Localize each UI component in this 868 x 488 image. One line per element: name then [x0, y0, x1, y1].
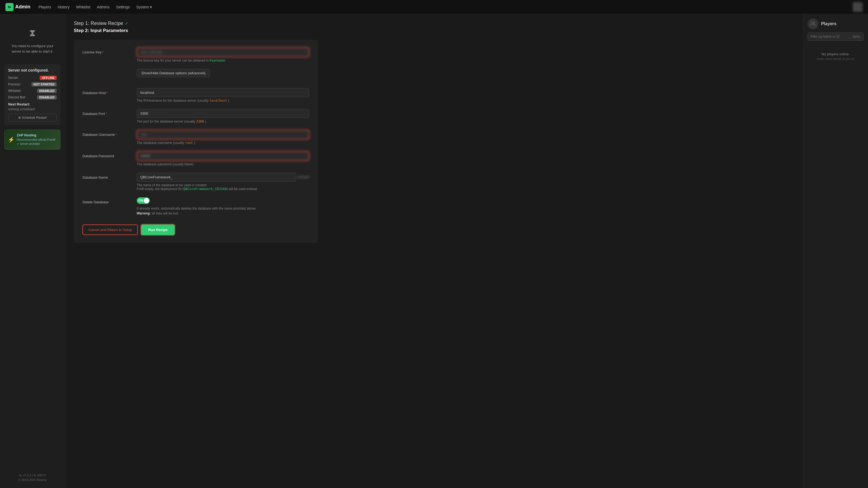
license-key-help: The license key for your server can be o…	[137, 59, 309, 62]
sidebar-footer: tx: v7.2.2 | fx: b9572 © 2019-2024 Tabar…	[4, 473, 61, 483]
players-search-box[interactable]: ctrl+k	[807, 33, 864, 41]
db-host-help: The IP/Hostname for the database server …	[137, 99, 309, 102]
process-badge: NOT STARTED	[31, 82, 57, 87]
delete-db-group: Delete Database ON If already exists, au…	[83, 197, 309, 216]
server-status-card: Server not configured. Server: OFFLINE P…	[4, 64, 61, 125]
nav-whitelist[interactable]: Whitelist	[76, 4, 90, 10]
db-host-input[interactable]	[137, 88, 309, 97]
layout: ⧗ You need to configure your server to b…	[0, 14, 868, 488]
form-card: License Key* The license key for your se…	[74, 40, 318, 242]
db-password-label: Database Password	[83, 151, 131, 158]
search-shortcut: ctrl+k	[852, 35, 861, 38]
zap-logo-icon: ⚡	[8, 136, 14, 143]
players-title: Players	[821, 22, 837, 26]
license-key-input[interactable]	[137, 47, 309, 57]
step1-label: Step 1: Review Recipe	[74, 21, 123, 26]
db-password-input[interactable]	[137, 151, 309, 161]
next-restart-value: nothing scheduled	[8, 107, 57, 111]
process-label: Process:	[8, 83, 21, 86]
logo-icon: tx	[5, 3, 13, 11]
cancel-return-button[interactable]: Cancel and Return to Setup	[83, 225, 138, 235]
zap-brand: ZAP Hosting	[17, 133, 36, 137]
step1-header: Step 1: Review Recipe ✓	[74, 21, 794, 26]
step2-header: Step 2: Input Parameters	[74, 28, 794, 33]
db-username-group: Database Username* The database username…	[83, 130, 309, 145]
hourglass-icon: ⧗	[7, 25, 58, 41]
players-search-input[interactable]	[810, 35, 852, 38]
main-content: Step 1: Review Recipe ✓ Step 2: Input Pa…	[65, 14, 803, 488]
db-name-suffix: CD3340	[297, 175, 309, 179]
run-recipe-label: Run Recipe	[148, 228, 167, 232]
delete-db-label: Delete Database	[83, 197, 131, 204]
server-status-title: Server not configured.	[8, 68, 57, 72]
svg-point-1	[813, 22, 815, 24]
nav-settings[interactable]: Settings	[116, 4, 130, 10]
sidebar: ⧗ You need to configure your server to b…	[0, 14, 65, 488]
db-name-input[interactable]	[137, 173, 296, 182]
no-players-text: No players online.	[807, 52, 864, 56]
server-label: Server:	[8, 76, 19, 80]
cancel-return-label: Cancel and Return to Setup	[88, 228, 132, 232]
db-port-group: Database Port* The port for the database…	[83, 109, 309, 123]
db-password-right: The database password (usually blank).	[137, 151, 309, 166]
nav-players[interactable]: Players	[38, 4, 51, 10]
logo-icon-text: tx	[8, 5, 11, 9]
db-password-group: Database Password The database password …	[83, 151, 309, 166]
delete-db-help: If already exists, automatically deletes…	[137, 206, 309, 216]
run-recipe-button[interactable]: Run Recipe	[141, 225, 175, 235]
next-restart-section: Next Restart: nothing scheduled	[8, 102, 57, 111]
form-actions: Cancel and Return to Setup Run Recipe	[83, 225, 309, 235]
db-name-code: QBCoreFramework_CD3340	[184, 187, 227, 191]
db-host-group: Database Host* The IP/Hostname for the d…	[83, 88, 309, 102]
configure-section: ⧗ You need to configure your server to b…	[4, 20, 61, 60]
logo: tx Admin	[5, 3, 30, 11]
process-row: Process: NOT STARTED	[8, 82, 57, 87]
discord-label: Discord Bot:	[8, 95, 26, 99]
server-row: Server: OFFLINE	[8, 76, 57, 80]
version-text: tx: v7.2.2 | fx: b9572	[4, 473, 61, 478]
delete-db-right: ON If already exists, automatically dele…	[137, 197, 309, 216]
db-username-input[interactable]	[137, 130, 309, 139]
discord-row: Discord Bot: DISABLED	[8, 95, 57, 99]
nav-right	[853, 2, 863, 12]
db-host-label: Database Host*	[83, 88, 131, 95]
delete-db-toggle[interactable]: ON	[137, 197, 150, 204]
db-name-help: The name of the database to be used or c…	[137, 183, 309, 191]
license-key-right: The license key for your server can be o…	[137, 47, 309, 62]
advanced-section: Show/Hide Database options (advanced)	[137, 69, 309, 83]
whitelist-row: Whitelist: DISABLED	[8, 89, 57, 93]
no-players-section: No players online. Invite some friends t…	[807, 52, 864, 61]
db-name-label: Database Name	[83, 173, 131, 180]
next-restart-title: Next Restart:	[8, 102, 57, 106]
keymaster-link[interactable]: Keymaster.	[210, 59, 226, 62]
nav-system[interactable]: System ▾	[136, 4, 152, 10]
schedule-restart-button[interactable]: ⊕ Schedule Restart	[8, 114, 57, 122]
topnav: tx Admin Players History Whitelist Admin…	[0, 0, 868, 14]
license-key-label: License Key*	[83, 47, 131, 54]
nav-history[interactable]: History	[58, 4, 70, 10]
db-name-right: CD3340 The name of the database to be us…	[137, 173, 309, 191]
toggle-on-text: ON	[138, 199, 143, 202]
toggle-container: ON	[137, 197, 309, 204]
db-port-right: The port for the database server (usuall…	[137, 109, 309, 123]
db-name-input-row: CD3340	[137, 173, 309, 182]
db-port-input[interactable]	[137, 109, 309, 118]
copyright-text: © 2019-2024 Tabarra	[4, 478, 61, 483]
step1-check-icon: ✓	[125, 21, 128, 26]
license-key-required: *	[102, 50, 104, 54]
svg-point-0	[811, 22, 813, 24]
zap-banner-text: Recommended official FiveM ✓ server prov…	[17, 138, 55, 145]
db-name-group: Database Name CD3340 The name of the dat…	[83, 173, 309, 191]
whitelist-label: Whitelist:	[8, 89, 22, 93]
whitelist-badge: DISABLED	[37, 89, 57, 93]
zap-banner[interactable]: ⚡ ZAP Hosting Recommended official FiveM…	[4, 130, 61, 150]
schedule-restart-label: ⊕ Schedule Restart	[18, 116, 46, 120]
db-username-label: Database Username*	[83, 130, 131, 137]
avatar	[853, 2, 863, 12]
nav-admins[interactable]: Admins	[97, 4, 110, 10]
db-username-help: The database username (usually root ).	[137, 141, 309, 145]
configure-message: You need to configure your server to be …	[11, 44, 54, 54]
db-port-label: Database Port*	[83, 109, 131, 116]
advanced-toggle-button[interactable]: Show/Hide Database options (advanced)	[137, 69, 210, 77]
db-port-help: The port for the database server (usuall…	[137, 120, 309, 123]
